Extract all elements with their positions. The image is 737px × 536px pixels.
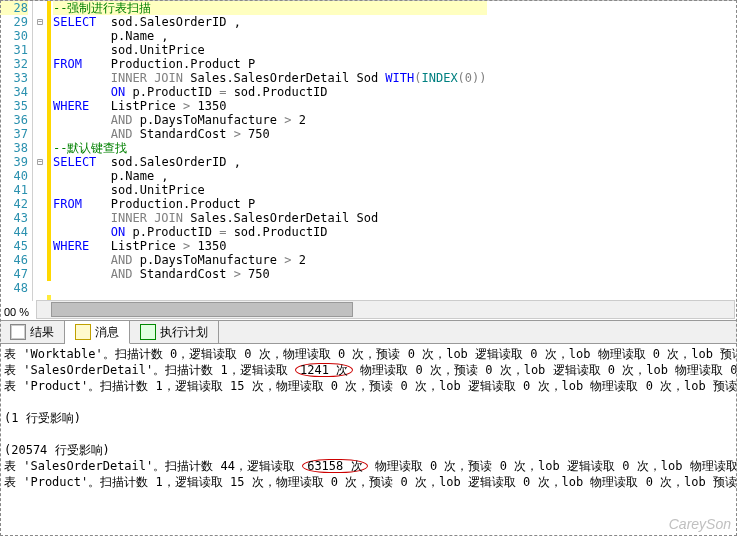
output-line: 表 'Worktable'。扫描计数 0，逻辑读取 0 次，物理读取 0 次，预…	[4, 346, 733, 362]
scrollbar-thumb[interactable]	[51, 302, 353, 317]
horizontal-scrollbar[interactable]	[36, 300, 735, 319]
zoom-level[interactable]: 00 %	[0, 304, 33, 320]
output-line: 表 'SalesOrderDetail'。扫描计数 44，逻辑读取 63158 …	[4, 458, 733, 474]
tab-results[interactable]: 结果	[0, 321, 65, 343]
results-tabs: 结果 消息 执行计划	[0, 320, 737, 344]
output-line	[4, 426, 733, 442]
output-line	[4, 394, 733, 410]
code-text[interactable]: --强制进行表扫描SELECT sod.SalesOrderID , p.Nam…	[51, 1, 487, 301]
tab-execution-plan[interactable]: 执行计划	[130, 321, 219, 343]
output-line: (20574 行受影响)	[4, 442, 733, 458]
watermark: CareySon	[669, 516, 731, 532]
output-line: 表 'Product'。扫描计数 1，逻辑读取 15 次，物理读取 0 次，预读…	[4, 378, 733, 394]
code-editor[interactable]: 2829303132333435363738394041424344454647…	[0, 0, 737, 301]
highlight-reads-2: 63158 次	[302, 459, 367, 473]
output-line: 表 'Product'。扫描计数 1，逻辑读取 15 次，物理读取 0 次，预读…	[4, 474, 733, 490]
output-line: (1 行受影响)	[4, 410, 733, 426]
plan-icon	[140, 324, 156, 340]
tab-messages-label: 消息	[95, 324, 119, 341]
tab-messages[interactable]: 消息	[65, 321, 130, 344]
grid-icon	[10, 324, 26, 340]
output-line: 表 'SalesOrderDetail'。扫描计数 1，逻辑读取 1241 次 …	[4, 362, 733, 378]
fold-gutter: ⊟⊟	[33, 1, 47, 301]
messages-output[interactable]: 表 'Worktable'。扫描计数 0，逻辑读取 0 次，物理读取 0 次，预…	[0, 344, 737, 536]
tab-plan-label: 执行计划	[160, 324, 208, 341]
tab-results-label: 结果	[30, 324, 54, 341]
line-number-gutter: 2829303132333435363738394041424344454647…	[0, 1, 33, 301]
highlight-reads-1: 1241 次	[295, 363, 353, 377]
message-icon	[75, 324, 91, 340]
